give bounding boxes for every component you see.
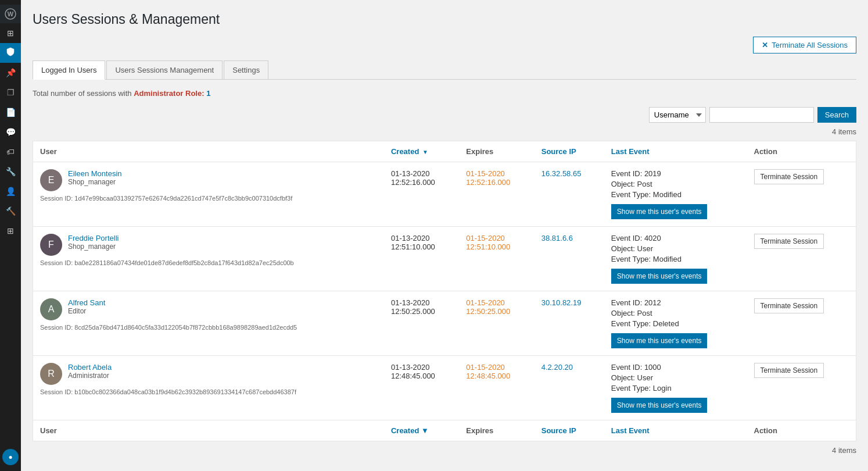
created-cell-1: 01-13-202012:51:10.000 bbox=[384, 227, 459, 291]
user-name-link[interactable]: Freddie Portelli bbox=[68, 234, 119, 242]
items-count-bottom: 4 items bbox=[33, 446, 856, 455]
sidebar-item-wrench[interactable]: 🔧 bbox=[0, 162, 21, 181]
sidebar-item-circle[interactable]: ● bbox=[2, 449, 19, 465]
terminate-session-button[interactable]: Terminate Session bbox=[754, 234, 824, 249]
table-header-row: User Created ▼ Expires Source IP Last Ev… bbox=[33, 141, 856, 162]
sidebar-item-grid[interactable]: ⊞ bbox=[0, 221, 21, 241]
session-id: Session ID: 8cd25da76bd471d8640c5fa33d12… bbox=[40, 324, 377, 331]
grid-icon: ⊞ bbox=[7, 226, 14, 236]
col-expires: Expires bbox=[459, 141, 534, 162]
sidebar-item-pin[interactable]: 📌 bbox=[0, 63, 21, 83]
ip-link[interactable]: 16.32.58.65 bbox=[541, 169, 582, 178]
date-expires: 01-15-202012:52:16.000 bbox=[466, 169, 527, 187]
last-event: Event ID: 4020 Object: User Event Type: … bbox=[611, 234, 740, 263]
terminate-session-button[interactable]: Terminate Session bbox=[754, 363, 824, 378]
session-id: Session ID: ba0e2281186a07434fde01de87d6… bbox=[40, 259, 377, 266]
sidebar-item-page[interactable]: 📄 bbox=[0, 102, 21, 122]
created-cell-2: 01-13-202012:50:25.000 bbox=[384, 291, 459, 356]
event-id: Event ID: 4020 bbox=[611, 234, 740, 242]
session-id: Session ID: b10bc0c802366da048ca03b1f9d4… bbox=[40, 388, 377, 395]
event-id: Event ID: 2012 bbox=[611, 298, 740, 307]
col-source-ip[interactable]: Source IP bbox=[535, 141, 604, 162]
date-expires: 01-15-202012:50:25.000 bbox=[466, 298, 527, 316]
user-name-link[interactable]: Robert Abela bbox=[68, 363, 112, 372]
expires-cell-2: 01-15-202012:50:25.000 bbox=[459, 291, 534, 356]
terminate-session-button[interactable]: Terminate Session bbox=[754, 169, 824, 184]
col-user: User bbox=[33, 141, 384, 162]
date-created: 01-13-202012:51:10.000 bbox=[391, 234, 452, 251]
user-cell-0: E Eileen Montesin Shop_manager Session I… bbox=[33, 162, 384, 227]
user-cell-1: F Freddie Portelli Shop_manager Session … bbox=[33, 227, 384, 291]
event-type: Event Type: Login bbox=[611, 384, 740, 392]
sessions-table: User Created ▼ Expires Source IP Last Ev… bbox=[33, 141, 856, 441]
comment-icon: 💬 bbox=[6, 127, 16, 137]
event-object: Object: Post bbox=[611, 180, 740, 188]
search-filter-select[interactable]: Username Email First Name Last Name bbox=[649, 107, 706, 123]
circle-icon: ● bbox=[8, 453, 12, 461]
ip-link[interactable]: 38.81.6.6 bbox=[541, 234, 573, 242]
sidebar-item-comment[interactable]: 💬 bbox=[0, 122, 21, 142]
table-row: A Alfred Sant Editor Session ID: 8cd25da… bbox=[33, 291, 856, 356]
footer-col-source-ip[interactable]: Source IP bbox=[535, 420, 604, 441]
user-role: Shop_manager bbox=[68, 178, 122, 186]
avatar: A bbox=[40, 298, 62, 320]
user-role: Editor bbox=[68, 307, 105, 315]
shield-icon bbox=[6, 47, 15, 59]
svg-text:W: W bbox=[8, 10, 14, 17]
page-title: Users Sessions & Management bbox=[33, 12, 856, 27]
event-object: Object: User bbox=[611, 373, 740, 382]
col-created[interactable]: Created ▼ bbox=[384, 141, 459, 162]
source-ip-cell-0: 16.32.58.65 bbox=[535, 162, 604, 227]
source-ip-cell-3: 4.2.20.20 bbox=[535, 356, 604, 420]
ip-link[interactable]: 30.10.82.19 bbox=[541, 298, 582, 307]
sidebar-item-copy[interactable]: ❐ bbox=[0, 83, 21, 102]
event-type: Event Type: Modified bbox=[611, 255, 740, 263]
event-id: Event ID: 1000 bbox=[611, 363, 740, 372]
tab-users-sessions-management[interactable]: Users Sessions Management bbox=[106, 60, 223, 79]
date-created: 01-13-202012:48:45.000 bbox=[391, 363, 452, 380]
date-created: 01-13-202012:52:16.000 bbox=[391, 169, 452, 187]
sidebar-item-shield[interactable] bbox=[0, 43, 21, 63]
footer-sort-arrow-icon: ▼ bbox=[421, 426, 429, 435]
footer-col-expires: Expires bbox=[459, 420, 534, 441]
sidebar-logo: W bbox=[0, 5, 21, 23]
sidebar-item-dashboard[interactable]: ⊞ bbox=[0, 23, 21, 43]
footer-col-last-event[interactable]: Last Event bbox=[604, 420, 747, 441]
terminate-session-button[interactable]: Terminate Session bbox=[754, 298, 824, 313]
search-button[interactable]: Search bbox=[817, 107, 856, 123]
table-row: R Robert Abela Administrator Session ID:… bbox=[33, 356, 856, 420]
sidebar-item-user[interactable]: 👤 bbox=[0, 181, 21, 201]
source-ip-cell-1: 38.81.6.6 bbox=[535, 227, 604, 291]
footer-col-created[interactable]: Created ▼ bbox=[384, 420, 459, 441]
show-events-button[interactable]: Show me this user's events bbox=[611, 333, 708, 348]
x-icon: ✕ bbox=[762, 41, 768, 49]
table-footer-row: User Created ▼ Expires Source IP Last Ev… bbox=[33, 420, 856, 441]
sidebar-item-tag[interactable]: 🏷 bbox=[0, 142, 21, 162]
sidebar-item-tool[interactable]: 🔨 bbox=[0, 201, 21, 221]
user-name-link[interactable]: Alfred Sant bbox=[68, 298, 105, 307]
last-event: Event ID: 2012 Object: Post Event Type: … bbox=[611, 298, 740, 328]
ip-link[interactable]: 4.2.20.20 bbox=[541, 363, 573, 372]
last-event: Event ID: 1000 Object: User Event Type: … bbox=[611, 363, 740, 392]
terminate-all-sessions-button[interactable]: ✕ Terminate All Sessions bbox=[753, 37, 856, 53]
col-last-event[interactable]: Last Event bbox=[604, 141, 747, 162]
last-event: Event ID: 2019 Object: Post Event Type: … bbox=[611, 169, 740, 199]
user-cell-3: R Robert Abela Administrator Session ID:… bbox=[33, 356, 384, 420]
tab-logged-in-users[interactable]: Logged In Users bbox=[33, 60, 105, 80]
expires-cell-1: 01-15-202012:51:10.000 bbox=[459, 227, 534, 291]
tab-settings[interactable]: Settings bbox=[224, 60, 268, 79]
user-icon: 👤 bbox=[6, 187, 16, 196]
event-type: Event Type: Deleted bbox=[611, 319, 740, 328]
action-cell-2: Terminate Session bbox=[747, 291, 856, 356]
date-expires: 01-15-202012:51:10.000 bbox=[466, 234, 527, 251]
show-events-button[interactable]: Show me this user's events bbox=[611, 204, 708, 219]
event-object: Object: User bbox=[611, 244, 740, 253]
search-input[interactable] bbox=[709, 107, 814, 123]
col-action: Action bbox=[747, 141, 856, 162]
show-events-button[interactable]: Show me this user's events bbox=[611, 398, 708, 413]
sort-arrow-icon: ▼ bbox=[422, 149, 428, 155]
wp-logo-icon: W bbox=[5, 8, 16, 20]
show-events-button[interactable]: Show me this user's events bbox=[611, 269, 708, 284]
tag-icon: 🏷 bbox=[6, 147, 15, 156]
user-name-link[interactable]: Eileen Montesin bbox=[68, 169, 122, 178]
